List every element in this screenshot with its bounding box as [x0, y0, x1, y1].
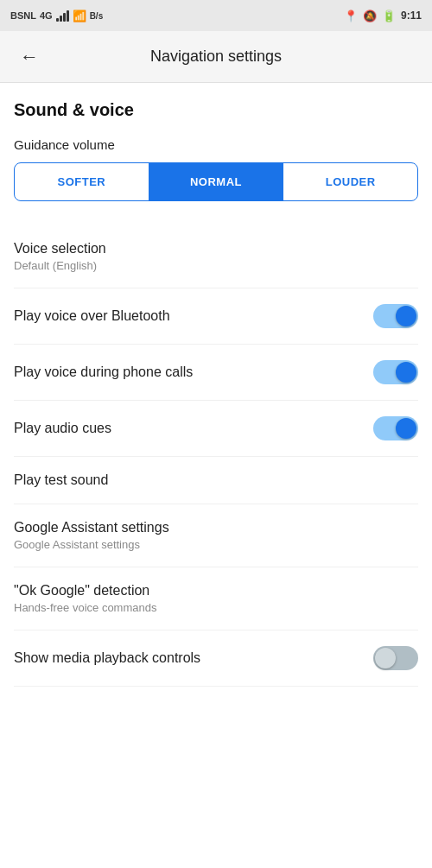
media-playback-toggle-track[interactable]	[373, 646, 418, 670]
status-right: 📍 🔕 🔋 9:11	[344, 10, 422, 22]
location-icon: 📍	[344, 10, 358, 22]
volume-softer-button[interactable]: SOFTER	[15, 163, 149, 200]
media-playback-toggle-thumb	[375, 648, 396, 668]
wifi-icon: 📶	[73, 10, 86, 22]
phone-calls-toggle-track[interactable]	[373, 360, 418, 384]
battery-icon: 🔋	[382, 10, 396, 22]
phone-calls-label: Play voice during phone calls	[14, 364, 193, 380]
voice-selection-sub: Default (English)	[14, 259, 418, 272]
volume-louder-button[interactable]: LOUDER	[283, 163, 417, 200]
audio-cues-label: Play audio cues	[14, 421, 111, 436]
settings-content: Sound & voice Guidance volume SOFTER NOR…	[0, 83, 432, 687]
guidance-volume-label: Guidance volume	[14, 137, 418, 152]
google-assistant-label: Google Assistant settings	[14, 520, 418, 535]
bluetooth-toggle-track[interactable]	[373, 304, 418, 328]
voice-selection-label: Voice selection	[14, 241, 418, 257]
audio-cues-row: Play audio cues	[14, 401, 418, 457]
carrier-label: BSNL	[10, 10, 36, 21]
network-type: 4G	[40, 10, 53, 21]
volume-selector: SOFTER NORMAL LOUDER	[14, 162, 418, 201]
media-playback-row: Show media playback controls	[14, 630, 418, 687]
volume-normal-button[interactable]: NORMAL	[149, 163, 284, 200]
audio-cues-toggle-thumb	[396, 418, 416, 439]
bluetooth-row: Play voice over Bluetooth	[14, 288, 418, 345]
audio-cues-toggle-track[interactable]	[373, 416, 418, 440]
back-button[interactable]: ←	[14, 41, 45, 73]
test-sound-row[interactable]: Play test sound	[14, 457, 418, 504]
back-arrow-icon: ←	[20, 46, 39, 68]
ok-google-label: "Ok Google" detection	[14, 583, 418, 599]
bluetooth-toggle[interactable]	[373, 304, 418, 328]
page-title: Navigation settings	[45, 48, 387, 66]
signal-bars-icon	[56, 10, 69, 22]
bluetooth-toggle-thumb	[396, 306, 416, 326]
ok-google-sub: Hands-free voice commands	[14, 601, 418, 614]
audio-cues-toggle[interactable]	[373, 416, 418, 440]
ok-google-row[interactable]: "Ok Google" detection Hands-free voice c…	[14, 567, 418, 630]
time-display: 9:11	[401, 10, 422, 22]
phone-calls-toggle[interactable]	[373, 360, 418, 384]
page-header: ← Navigation settings	[0, 31, 432, 83]
test-sound-label: Play test sound	[14, 472, 108, 488]
data-speed: B/s	[90, 11, 104, 21]
media-playback-label: Show media playback controls	[14, 650, 200, 666]
section-title-sound-voice: Sound & voice	[14, 100, 418, 120]
media-playback-toggle[interactable]	[373, 646, 418, 670]
ok-google-text: "Ok Google" detection Hands-free voice c…	[14, 583, 418, 614]
phone-calls-toggle-thumb	[396, 362, 416, 383]
google-assistant-sub: Google Assistant settings	[14, 538, 418, 551]
google-assistant-text: Google Assistant settings Google Assista…	[14, 520, 418, 551]
phone-calls-row: Play voice during phone calls	[14, 345, 418, 401]
voice-selection-row[interactable]: Voice selection Default (English)	[14, 225, 418, 288]
voice-selection-text: Voice selection Default (English)	[14, 241, 418, 272]
google-assistant-row[interactable]: Google Assistant settings Google Assista…	[14, 504, 418, 567]
status-bar: BSNL 4G 📶 B/s 📍 🔕 🔋 9:11	[0, 0, 432, 31]
notification-icon: 🔕	[363, 10, 377, 22]
status-left: BSNL 4G 📶 B/s	[10, 10, 103, 22]
bluetooth-label: Play voice over Bluetooth	[14, 308, 170, 324]
